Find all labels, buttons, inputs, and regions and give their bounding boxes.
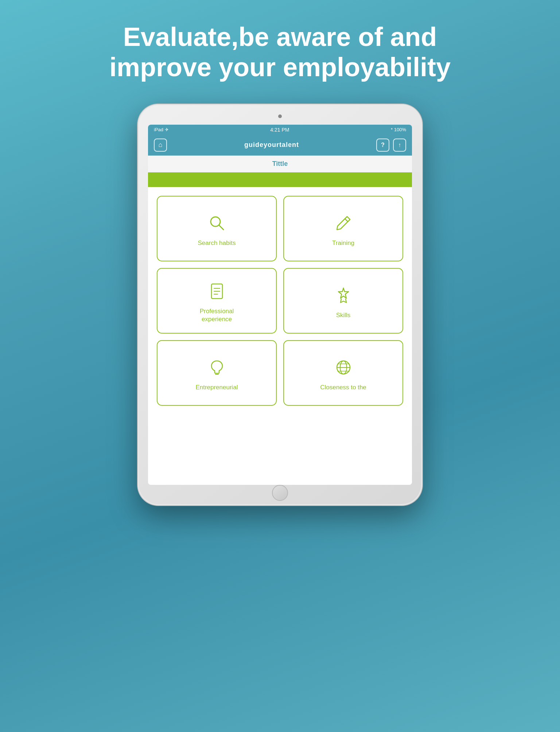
help-button[interactable]: ?: [376, 139, 389, 152]
card-label-professional-experience: Professionalexperience: [200, 307, 234, 323]
nav-bar: ⌂ guideyourtalent ? ↑: [148, 135, 412, 156]
svg-line-1: [219, 225, 223, 230]
bulb-icon: [207, 357, 227, 378]
app-title: guideyourtalent: [244, 141, 299, 149]
card-label-closeness: Closeness to the: [320, 383, 366, 392]
badge-icon: [333, 285, 354, 305]
document-icon: [207, 281, 227, 301]
card-grid: Search habits Training: [157, 196, 403, 406]
headline-line1: Evaluate,be aware of and: [123, 22, 437, 51]
card-search-habits[interactable]: Search habits: [157, 196, 277, 261]
card-professional-experience[interactable]: Professionalexperience: [157, 268, 277, 334]
status-battery: * 100%: [391, 127, 406, 132]
ipad-camera: [278, 114, 282, 118]
card-label-skills: Skills: [336, 311, 351, 319]
home-icon: ⌂: [159, 141, 163, 149]
title-text: Tittle: [272, 160, 288, 167]
svg-line-2: [345, 219, 348, 222]
ipad-home-button[interactable]: [272, 485, 288, 501]
app-name-bold: talent: [279, 141, 299, 148]
search-icon: [207, 213, 227, 233]
status-time: 4:21 PM: [270, 127, 289, 133]
home-button[interactable]: ⌂: [154, 139, 167, 152]
ipad-wrapper: iPad ✈ 4:21 PM * 100% ⌂ guideyourtalent …: [138, 104, 422, 505]
title-bar: Tittle: [148, 156, 412, 172]
ipad-screen: iPad ✈ 4:21 PM * 100% ⌂ guideyourtalent …: [148, 125, 412, 485]
accent-bar: [148, 172, 412, 187]
status-bar: iPad ✈ 4:21 PM * 100%: [148, 125, 412, 135]
status-device: iPad ✈: [154, 127, 169, 132]
globe-icon: [333, 357, 354, 378]
card-label-training: Training: [332, 239, 354, 247]
app-name-regular: guideyour: [244, 141, 279, 148]
grid-content: Search habits Training: [148, 187, 412, 485]
card-label-entrepreneurial: Entrepreneurial: [195, 383, 238, 392]
pencil-icon: [333, 213, 354, 233]
share-button[interactable]: ↑: [393, 139, 406, 152]
headline-line2: improve your employability: [109, 52, 451, 82]
card-training[interactable]: Training: [283, 196, 403, 261]
card-closeness[interactable]: Closeness to the: [283, 340, 403, 406]
headline: Evaluate,be aware of and improve your em…: [80, 22, 480, 82]
card-label-search-habits: Search habits: [198, 239, 236, 247]
card-entrepreneurial[interactable]: Entrepreneurial: [157, 340, 277, 406]
card-skills[interactable]: Skills: [283, 268, 403, 334]
